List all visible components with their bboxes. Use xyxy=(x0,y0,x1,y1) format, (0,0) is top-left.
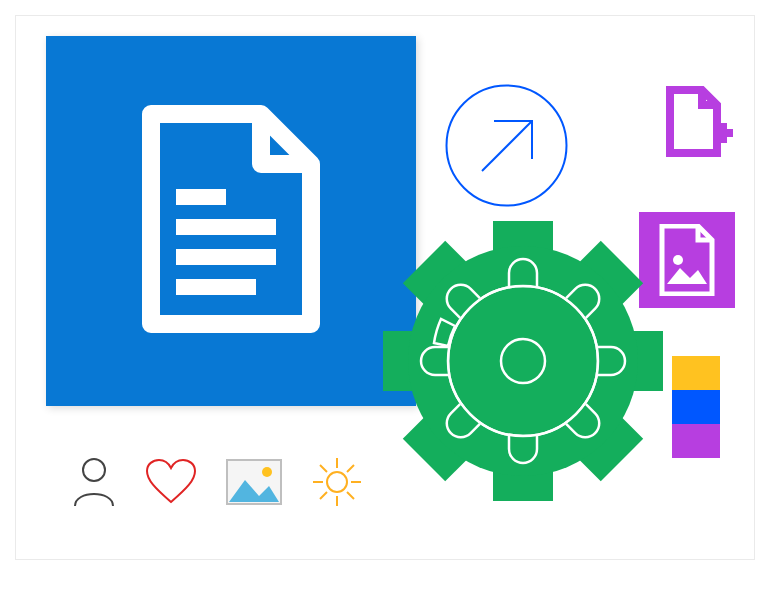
svg-line-27 xyxy=(347,492,354,499)
svg-rect-3 xyxy=(176,279,256,295)
sun-icon xyxy=(311,456,363,512)
document-icon xyxy=(141,104,321,338)
svg-point-18 xyxy=(83,459,105,481)
swatch-magenta xyxy=(672,424,720,458)
new-document-icon xyxy=(657,85,735,163)
svg-rect-1 xyxy=(176,219,276,235)
svg-rect-2 xyxy=(176,249,276,265)
image-file-icon xyxy=(658,224,716,296)
small-icon-row xyxy=(71,456,363,512)
svg-line-28 xyxy=(347,465,354,472)
swatch-blue xyxy=(672,390,720,424)
photo-icon xyxy=(225,458,283,510)
svg-line-29 xyxy=(320,492,327,499)
document-card xyxy=(46,36,416,406)
arrow-up-right-icon xyxy=(444,83,569,208)
svg-rect-0 xyxy=(176,189,226,205)
gear-icon xyxy=(383,221,663,505)
svg-point-5 xyxy=(673,255,683,265)
svg-point-21 xyxy=(327,472,347,492)
svg-line-26 xyxy=(320,465,327,472)
heart-icon xyxy=(145,458,197,510)
svg-point-20 xyxy=(262,467,272,477)
user-icon xyxy=(71,456,117,512)
swatch-yellow xyxy=(672,356,720,390)
color-swatches xyxy=(672,356,720,458)
illustration-frame xyxy=(15,15,755,560)
